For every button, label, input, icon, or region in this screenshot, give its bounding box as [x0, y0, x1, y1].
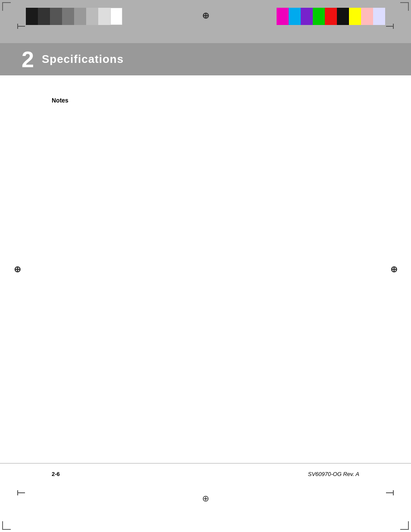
margin-line-left-bottom: [17, 492, 25, 493]
swatch-lighter: [98, 8, 110, 25]
crosshair-right: ⊕: [389, 265, 398, 274]
swatch-magenta: [277, 8, 289, 25]
swatch-white: [110, 8, 122, 25]
crosshair-bottom-center: ⊕: [202, 493, 209, 504]
swatch-mid-light: [74, 8, 86, 25]
swatch-mid: [62, 8, 74, 25]
grayscale-swatches: [26, 8, 122, 25]
footer: 2-6 SV60970-OG Rev. A: [0, 463, 411, 485]
swatch-yellow: [349, 8, 361, 25]
swatch-dark: [38, 8, 50, 25]
swatch-red: [325, 8, 337, 25]
corner-mark-tl: [2, 2, 11, 11]
corner-mark-tr: [400, 2, 409, 11]
chapter-header: 2 Specifications: [0, 43, 411, 75]
swatch-black2: [337, 8, 349, 25]
swatch-cyan: [289, 8, 301, 25]
margin-vline-right-bottom: [393, 490, 394, 495]
chapter-number: 2: [22, 48, 34, 71]
top-bar: ⊕: [0, 0, 411, 43]
margin-vline-left-top: [17, 24, 18, 29]
swatch-pink: [361, 8, 373, 25]
color-swatches: [277, 8, 385, 25]
margin-vline-right-top: [393, 24, 394, 29]
notes-label: Notes: [52, 97, 68, 104]
swatch-purple: [301, 8, 313, 25]
swatch-lavender: [373, 8, 385, 25]
swatch-light: [86, 8, 98, 25]
swatch-green: [313, 8, 325, 25]
corner-mark-br: [400, 521, 409, 530]
chapter-title: Specifications: [42, 53, 124, 66]
footer-document-id: SV60970-OG Rev. A: [308, 471, 359, 477]
bottom-margin: ⊕: [0, 485, 411, 532]
main-content: Notes ⊕ ⊕: [0, 75, 411, 463]
margin-vline-left-bottom: [17, 490, 18, 495]
crosshair-left: ⊕: [13, 265, 22, 274]
crosshair-top-center: ⊕: [201, 11, 210, 20]
margin-line-left-top: [17, 26, 25, 27]
corner-mark-bl: [2, 521, 11, 530]
swatch-mid-dark: [50, 8, 62, 25]
swatch-black: [26, 8, 38, 25]
footer-page-number: 2-6: [52, 471, 60, 477]
